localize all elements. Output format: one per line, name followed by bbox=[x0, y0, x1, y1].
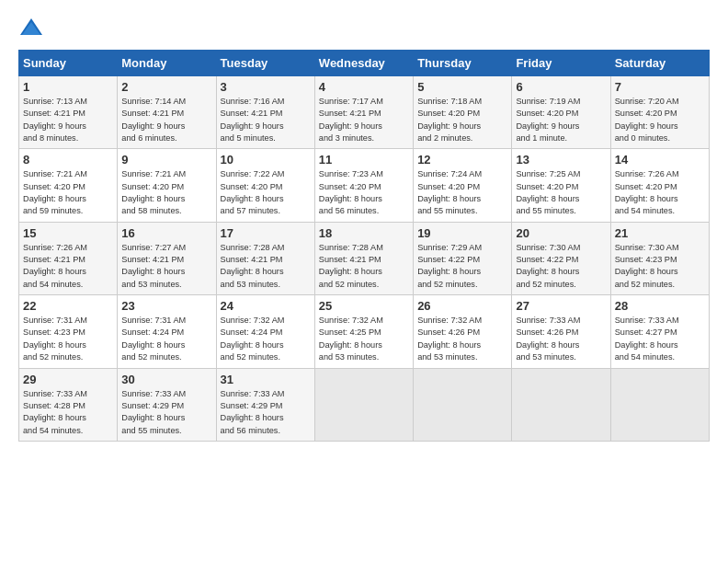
day-number: 14 bbox=[615, 153, 705, 167]
day-cell: 30Sunrise: 7:33 AM Sunset: 4:29 PM Dayli… bbox=[118, 368, 216, 441]
day-info: Sunrise: 7:33 AM Sunset: 4:28 PM Dayligh… bbox=[23, 388, 113, 437]
day-cell: 15Sunrise: 7:26 AM Sunset: 4:21 PM Dayli… bbox=[19, 222, 118, 294]
day-cell: 2Sunrise: 7:14 AM Sunset: 4:21 PM Daylig… bbox=[118, 76, 216, 149]
day-info: Sunrise: 7:28 AM Sunset: 4:21 PM Dayligh… bbox=[319, 242, 409, 291]
day-cell bbox=[610, 368, 709, 441]
day-cell bbox=[414, 368, 512, 441]
day-cell: 5Sunrise: 7:18 AM Sunset: 4:20 PM Daylig… bbox=[414, 76, 512, 149]
week-row-1: 1Sunrise: 7:13 AM Sunset: 4:21 PM Daylig… bbox=[19, 76, 710, 149]
day-number: 15 bbox=[23, 226, 113, 240]
day-cell: 24Sunrise: 7:32 AM Sunset: 4:24 PM Dayli… bbox=[216, 295, 314, 368]
week-row-2: 8Sunrise: 7:21 AM Sunset: 4:20 PM Daylig… bbox=[19, 149, 710, 222]
day-info: Sunrise: 7:27 AM Sunset: 4:21 PM Dayligh… bbox=[121, 242, 211, 291]
day-number: 10 bbox=[221, 153, 311, 167]
day-cell: 4Sunrise: 7:17 AM Sunset: 4:21 PM Daylig… bbox=[314, 76, 413, 149]
day-info: Sunrise: 7:17 AM Sunset: 4:21 PM Dayligh… bbox=[319, 96, 409, 144]
day-number: 30 bbox=[121, 373, 211, 386]
day-cell: 21Sunrise: 7:30 AM Sunset: 4:23 PM Dayli… bbox=[610, 222, 709, 294]
day-number: 4 bbox=[319, 80, 409, 94]
day-number: 12 bbox=[417, 153, 507, 167]
day-info: Sunrise: 7:30 AM Sunset: 4:22 PM Dayligh… bbox=[516, 242, 606, 291]
day-cell: 26Sunrise: 7:32 AM Sunset: 4:26 PM Dayli… bbox=[414, 295, 512, 368]
day-number: 20 bbox=[516, 226, 606, 240]
day-info: Sunrise: 7:19 AM Sunset: 4:20 PM Dayligh… bbox=[516, 96, 606, 144]
day-number: 29 bbox=[23, 373, 113, 386]
day-number: 2 bbox=[121, 80, 211, 94]
day-number: 28 bbox=[615, 299, 705, 313]
page: SundayMondayTuesdayWednesdayThursdayFrid… bbox=[0, 0, 728, 451]
day-info: Sunrise: 7:25 AM Sunset: 4:20 PM Dayligh… bbox=[516, 168, 606, 217]
week-row-5: 29Sunrise: 7:33 AM Sunset: 4:28 PM Dayli… bbox=[19, 368, 710, 441]
col-header-tuesday: Tuesday bbox=[216, 51, 314, 76]
col-header-saturday: Saturday bbox=[610, 51, 709, 76]
day-number: 19 bbox=[417, 226, 507, 240]
day-cell: 25Sunrise: 7:32 AM Sunset: 4:25 PM Dayli… bbox=[314, 295, 413, 368]
day-cell: 22Sunrise: 7:31 AM Sunset: 4:23 PM Dayli… bbox=[19, 295, 118, 368]
day-cell: 7Sunrise: 7:20 AM Sunset: 4:20 PM Daylig… bbox=[610, 76, 709, 149]
day-cell bbox=[512, 368, 610, 441]
logo bbox=[18, 15, 48, 40]
day-number: 8 bbox=[23, 153, 113, 167]
day-info: Sunrise: 7:20 AM Sunset: 4:20 PM Dayligh… bbox=[615, 96, 705, 144]
day-cell: 16Sunrise: 7:27 AM Sunset: 4:21 PM Dayli… bbox=[118, 222, 216, 294]
day-info: Sunrise: 7:30 AM Sunset: 4:23 PM Dayligh… bbox=[615, 242, 705, 291]
day-number: 3 bbox=[221, 80, 311, 94]
day-info: Sunrise: 7:33 AM Sunset: 4:29 PM Dayligh… bbox=[121, 388, 211, 437]
day-number: 27 bbox=[516, 299, 606, 313]
day-info: Sunrise: 7:33 AM Sunset: 4:26 PM Dayligh… bbox=[516, 315, 606, 363]
col-header-wednesday: Wednesday bbox=[314, 51, 413, 76]
day-info: Sunrise: 7:33 AM Sunset: 4:29 PM Dayligh… bbox=[221, 388, 311, 437]
day-number: 9 bbox=[121, 153, 211, 167]
day-cell: 27Sunrise: 7:33 AM Sunset: 4:26 PM Dayli… bbox=[512, 295, 610, 368]
day-number: 22 bbox=[23, 299, 113, 313]
day-info: Sunrise: 7:21 AM Sunset: 4:20 PM Dayligh… bbox=[121, 168, 211, 217]
col-header-monday: Monday bbox=[118, 51, 216, 76]
day-cell: 10Sunrise: 7:22 AM Sunset: 4:20 PM Dayli… bbox=[216, 149, 314, 222]
day-info: Sunrise: 7:18 AM Sunset: 4:20 PM Dayligh… bbox=[417, 96, 507, 144]
day-number: 5 bbox=[417, 80, 507, 94]
day-number: 18 bbox=[319, 226, 409, 240]
col-header-friday: Friday bbox=[512, 51, 610, 76]
day-number: 26 bbox=[417, 299, 507, 313]
day-info: Sunrise: 7:28 AM Sunset: 4:21 PM Dayligh… bbox=[221, 242, 311, 291]
day-number: 17 bbox=[221, 226, 311, 240]
day-cell: 12Sunrise: 7:24 AM Sunset: 4:20 PM Dayli… bbox=[414, 149, 512, 222]
day-info: Sunrise: 7:21 AM Sunset: 4:20 PM Dayligh… bbox=[23, 168, 113, 217]
day-cell: 23Sunrise: 7:31 AM Sunset: 4:24 PM Dayli… bbox=[118, 295, 216, 368]
day-number: 25 bbox=[319, 299, 409, 313]
week-row-3: 15Sunrise: 7:26 AM Sunset: 4:21 PM Dayli… bbox=[19, 222, 710, 294]
day-number: 6 bbox=[516, 80, 606, 94]
day-cell: 6Sunrise: 7:19 AM Sunset: 4:20 PM Daylig… bbox=[512, 76, 610, 149]
day-cell: 3Sunrise: 7:16 AM Sunset: 4:21 PM Daylig… bbox=[216, 76, 314, 149]
day-cell: 11Sunrise: 7:23 AM Sunset: 4:20 PM Dayli… bbox=[314, 149, 413, 222]
day-cell bbox=[314, 368, 413, 441]
day-info: Sunrise: 7:32 AM Sunset: 4:25 PM Dayligh… bbox=[319, 315, 409, 363]
week-row-4: 22Sunrise: 7:31 AM Sunset: 4:23 PM Dayli… bbox=[19, 295, 710, 368]
day-info: Sunrise: 7:14 AM Sunset: 4:21 PM Dayligh… bbox=[121, 96, 211, 144]
day-cell: 13Sunrise: 7:25 AM Sunset: 4:20 PM Dayli… bbox=[512, 149, 610, 222]
calendar-table: SundayMondayTuesdayWednesdayThursdayFrid… bbox=[18, 50, 710, 442]
day-cell: 29Sunrise: 7:33 AM Sunset: 4:28 PM Dayli… bbox=[19, 368, 118, 441]
day-cell: 20Sunrise: 7:30 AM Sunset: 4:22 PM Dayli… bbox=[512, 222, 610, 294]
day-info: Sunrise: 7:33 AM Sunset: 4:27 PM Dayligh… bbox=[615, 315, 705, 363]
day-number: 13 bbox=[516, 153, 606, 167]
day-cell: 1Sunrise: 7:13 AM Sunset: 4:21 PM Daylig… bbox=[19, 76, 118, 149]
day-info: Sunrise: 7:24 AM Sunset: 4:20 PM Dayligh… bbox=[417, 168, 507, 217]
day-cell: 31Sunrise: 7:33 AM Sunset: 4:29 PM Dayli… bbox=[216, 368, 314, 441]
day-number: 11 bbox=[319, 153, 409, 167]
header bbox=[18, 15, 710, 40]
col-header-thursday: Thursday bbox=[414, 51, 512, 76]
day-cell: 17Sunrise: 7:28 AM Sunset: 4:21 PM Dayli… bbox=[216, 222, 314, 294]
day-number: 24 bbox=[221, 299, 311, 313]
day-number: 31 bbox=[221, 373, 311, 386]
day-number: 23 bbox=[121, 299, 211, 313]
day-info: Sunrise: 7:31 AM Sunset: 4:24 PM Dayligh… bbox=[121, 315, 211, 363]
day-cell: 28Sunrise: 7:33 AM Sunset: 4:27 PM Dayli… bbox=[610, 295, 709, 368]
day-info: Sunrise: 7:31 AM Sunset: 4:23 PM Dayligh… bbox=[23, 315, 113, 363]
day-cell: 18Sunrise: 7:28 AM Sunset: 4:21 PM Dayli… bbox=[314, 222, 413, 294]
day-cell: 9Sunrise: 7:21 AM Sunset: 4:20 PM Daylig… bbox=[118, 149, 216, 222]
day-cell: 8Sunrise: 7:21 AM Sunset: 4:20 PM Daylig… bbox=[19, 149, 118, 222]
day-number: 16 bbox=[121, 226, 211, 240]
day-info: Sunrise: 7:32 AM Sunset: 4:26 PM Dayligh… bbox=[417, 315, 507, 363]
day-info: Sunrise: 7:29 AM Sunset: 4:22 PM Dayligh… bbox=[417, 242, 507, 291]
